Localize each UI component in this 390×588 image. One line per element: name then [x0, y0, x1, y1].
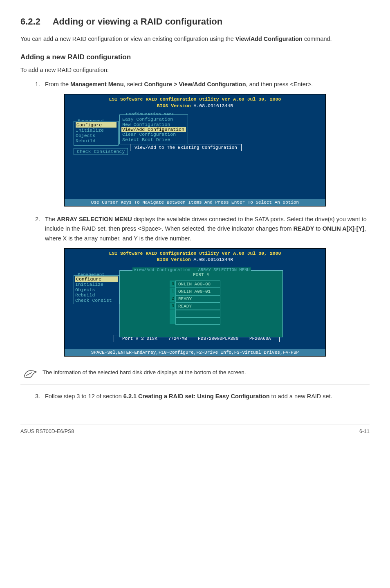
drive-empty-5 — [175, 317, 220, 325]
step2-bold-menu: ARRAY SELECTION MENU — [57, 216, 132, 222]
step1-text-c: , select — [124, 81, 144, 88]
bios-header-2b: A.08.09161344R — [194, 103, 233, 108]
intro-text: You can add a new RAID configuration or … — [20, 36, 235, 42]
step3-text-a: Follow step 3 to 12 of section — [45, 393, 123, 399]
bios-title-2: LSI Software RAID Configuration Utility … — [65, 249, 325, 263]
subsection-intro: To add a new RAID configuration: — [20, 65, 370, 74]
step-1: From the Management Menu, select Configu… — [42, 80, 370, 89]
drive-2[interactable]: READY — [175, 295, 220, 303]
mgmt2-initialize[interactable]: Initialize — [75, 282, 118, 287]
step1-text-a: From the — [45, 81, 70, 88]
bios-header-2a: BIOS Version — [157, 103, 194, 108]
bios-header-2ab: BIOS Version — [157, 257, 194, 262]
intro-bold: View/Add Configuration — [235, 36, 303, 42]
drive-grid: 0ONLIN A00-00 1ONLIN A00-01 2READY 3READ… — [170, 281, 220, 325]
section-number: 6.2.2 — [20, 16, 40, 27]
note-icon — [23, 368, 38, 381]
cfg-easy[interactable]: Easy Configuration — [122, 117, 185, 122]
bios-body: Management Configure Initialize Objects … — [65, 109, 325, 199]
step-2: The ARRAY SELECTION MENU displays the av… — [42, 215, 370, 243]
subsection-title: Adding a new RAID configuration — [20, 53, 370, 61]
bios-header-1b: LSI Software RAID Configuration Utility … — [109, 251, 281, 256]
step3-bold-ref: 6.2.1 Creating a RAID set: Using Easy Co… — [123, 393, 270, 399]
drive-3[interactable]: READY — [175, 303, 220, 310]
step2-bold-ready: READY — [294, 225, 314, 232]
footer-left: ASUS RS700D-E6/PS8 — [20, 429, 74, 434]
drive-empty-4 — [175, 310, 220, 317]
cfg-clear[interactable]: Clear Configuration — [122, 132, 185, 137]
mgmt2-check[interactable]: Check Consist — [75, 298, 118, 303]
bios-helpbar: Use Cursor Keys To Navigate Between Item… — [65, 199, 325, 206]
bios-helpbar-2: SPACE-Sel,ENTER-EndArray,F10-Configure,F… — [65, 349, 325, 356]
mgmt-objects[interactable]: Objects — [76, 133, 117, 138]
bios-body-2: Management Configure Initialize Objects … — [65, 263, 325, 349]
steps-list-2: The ARRAY SELECTION MENU displays the av… — [20, 215, 370, 243]
section-title: Adding or viewing a RAID configuration — [53, 16, 223, 27]
drive-index-2: 2 — [170, 295, 175, 303]
mgmt-check-consistency[interactable]: Check Consistency — [74, 148, 128, 155]
drive-0[interactable]: ONLIN A00-00 — [175, 281, 220, 288]
step2-bold-onlin: ONLIN A[X]-[Y] — [323, 225, 365, 232]
drive-index-3: 3 — [170, 303, 175, 310]
management-menu-2: Configure Initialize Objects Rebuild Che… — [74, 275, 119, 304]
mgmt-rebuild[interactable]: Rebuild — [76, 138, 117, 144]
note-callout: The information of the selected hard dis… — [20, 365, 370, 384]
drive-index-0: 0 — [170, 281, 175, 288]
steps-list: From the Management Menu, select Configu… — [20, 80, 370, 89]
bios-title: LSI Software RAID Configuration Utility … — [65, 94, 325, 109]
mgmt2-rebuild[interactable]: Rebuild — [75, 292, 118, 298]
step-3: Follow step 3 to 12 of section 6.2.1 Cre… — [42, 392, 370, 401]
cfg-select-boot[interactable]: Select Boot Drive — [122, 137, 185, 142]
array-selection-label: View/Add Configuration - ARRAY SELECTION… — [132, 267, 251, 272]
footer-right: 6-11 — [359, 429, 370, 434]
step1-text-e: , and then press <Enter>. — [246, 81, 313, 88]
intro-paragraph: You can add a new RAID configuration or … — [20, 34, 370, 43]
steps-list-3: Follow step 3 to 12 of section 6.2.1 Cre… — [20, 392, 370, 401]
drive-index-4 — [170, 310, 175, 317]
step3-text-c: to add a new RAID set. — [270, 393, 332, 399]
drive-index-5 — [170, 317, 175, 325]
drive-1[interactable]: ONLIN A00-01 — [175, 288, 220, 295]
bios-header-1: LSI Software RAID Configuration Utility … — [109, 97, 281, 102]
configuration-menu: Easy Configuration New Configuration Vie… — [119, 114, 188, 144]
bios-header-2bb: A.08.09161344R — [194, 257, 233, 262]
drive-index-1: 1 — [170, 288, 175, 295]
step1-bold-menu: Management Menu — [70, 81, 124, 88]
bios-screenshot-config-menu: LSI Software RAID Configuration Utility … — [64, 94, 326, 206]
mgmt-configure[interactable]: Configure — [76, 122, 117, 128]
step1-bold-path: Configure > View/Add Configuration — [144, 81, 246, 88]
intro-tail: command. — [303, 36, 332, 42]
section-heading: 6.2.2 Adding or viewing a RAID configura… — [20, 16, 370, 27]
step2-text-a: The — [45, 216, 57, 222]
mgmt-initialize[interactable]: Initialize — [76, 128, 117, 133]
page-footer: ASUS RS700D-E6/PS8 6-11 — [20, 424, 370, 434]
step2-text-e: to — [314, 225, 322, 232]
note-text: The information of the selected hard dis… — [43, 368, 246, 377]
mgmt2-objects[interactable]: Objects — [75, 287, 118, 292]
bios-screenshot-array-selection: LSI Software RAID Configuration Utility … — [64, 248, 326, 357]
management-menu: Configure Initialize Objects Rebuild — [74, 121, 119, 146]
mgmt2-configure[interactable]: Configure — [75, 276, 118, 282]
view-existing-box[interactable]: View/Add to The Existing Configuration — [130, 144, 242, 151]
array-selection-panel: PORT # 0ONLIN A00-00 1ONLIN A00-01 2READ… — [119, 270, 283, 337]
